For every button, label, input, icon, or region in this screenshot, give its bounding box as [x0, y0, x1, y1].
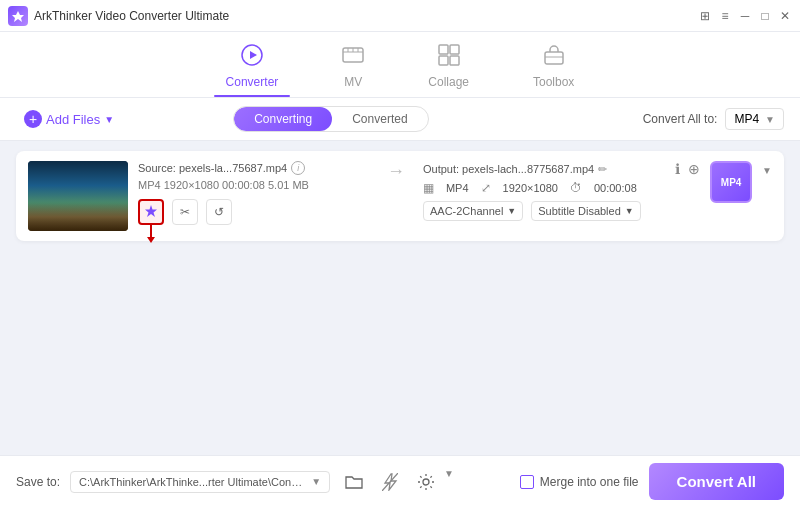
output-format-icon: ▦ [423, 181, 434, 195]
format-select[interactable]: MP4 ▼ [725, 108, 784, 130]
title-bar-controls: ⊞ ≡ ─ □ ✕ [698, 9, 792, 23]
nav-item-converter[interactable]: Converter [214, 40, 291, 97]
path-dropdown-icon[interactable]: ▼ [311, 476, 321, 487]
nav-label-mv: MV [344, 75, 362, 89]
plus-icon: + [24, 110, 42, 128]
nav-item-mv[interactable]: MV [330, 40, 376, 97]
nav-item-collage[interactable]: Collage [416, 40, 481, 97]
nav-item-toolbox[interactable]: Toolbox [521, 40, 586, 97]
svg-rect-10 [439, 56, 448, 65]
output-format: MP4 [446, 182, 469, 194]
subtitle-select[interactable]: Subtitle Disabled ▼ [531, 201, 640, 221]
output-source: Output: pexels-lach...8775687.mp4 ✏ ℹ ⊕ [423, 161, 700, 177]
tab-converting[interactable]: Converting [234, 107, 332, 131]
arrow-indicator [147, 223, 155, 243]
maximize-icon[interactable]: □ [758, 9, 772, 23]
close-icon[interactable]: ✕ [778, 9, 792, 23]
output-add-icon[interactable]: ⊕ [688, 161, 700, 177]
save-to-label: Save to: [16, 475, 60, 489]
add-files-label: Add Files [46, 112, 100, 127]
source-label: Source: pexels-la...75687.mp4 [138, 162, 287, 174]
title-bar-left: ArkThinker Video Converter Ultimate [8, 6, 229, 26]
source-info-icon[interactable]: i [291, 161, 305, 175]
svg-marker-2 [250, 51, 257, 59]
svg-marker-0 [12, 11, 24, 22]
arrow-divider: → [379, 161, 413, 182]
nav-bar: Converter MV Collage [0, 32, 800, 98]
audio-channel-dropdown-icon: ▼ [507, 206, 516, 216]
nav-label-toolbox: Toolbox [533, 75, 574, 89]
bottom-actions: ▼ [340, 468, 454, 496]
title-bar: ArkThinker Video Converter Ultimate ⊞ ≡ … [0, 0, 800, 32]
app-title: ArkThinker Video Converter Ultimate [34, 9, 229, 23]
output-info-icon[interactable]: ℹ [675, 161, 680, 177]
cut-icon: ✂ [180, 205, 190, 219]
magic-wand-button[interactable] [138, 199, 164, 225]
audio-channel-select[interactable]: AAC-2Channel ▼ [423, 201, 523, 221]
subtitle-dropdown-icon: ▼ [625, 206, 634, 216]
mv-icon [342, 44, 364, 71]
file-info: Source: pexels-la...75687.mp4 i MP4 1920… [138, 161, 369, 225]
bottom-bar: Save to: C:\ArkThinker\ArkThinke...rter … [0, 455, 800, 507]
format-badge-text: MP4 [721, 177, 742, 188]
flash-off-button[interactable] [376, 468, 404, 496]
output-source-left: Output: pexels-lach...8775687.mp4 ✏ [423, 163, 607, 176]
settings-dropdown-icon[interactable]: ▼ [444, 468, 454, 496]
file-source: Source: pexels-la...75687.mp4 i [138, 161, 369, 175]
open-folder-button[interactable] [340, 468, 368, 496]
converter-icon [241, 44, 263, 71]
nav-label-collage: Collage [428, 75, 469, 89]
save-path-text: C:\ArkThinker\ArkThinke...rter Ultimate\… [79, 476, 307, 488]
output-duration: 00:00:08 [594, 182, 637, 194]
grid-icon[interactable]: ⊞ [698, 9, 712, 23]
minimize-icon[interactable]: ─ [738, 9, 752, 23]
subtitle-value: Subtitle Disabled [538, 205, 621, 217]
file-meta: MP4 1920×1080 00:00:08 5.01 MB [138, 179, 369, 191]
cut-button[interactable]: ✂ [172, 199, 198, 225]
output-edit-icon[interactable]: ✏ [598, 163, 607, 176]
refresh-button[interactable]: ↺ [206, 199, 232, 225]
menu-icon[interactable]: ≡ [718, 9, 732, 23]
add-files-dropdown-icon[interactable]: ▼ [104, 114, 114, 125]
merge-label: Merge into one file [540, 475, 639, 489]
output-selects: AAC-2Channel ▼ Subtitle Disabled ▼ [423, 201, 700, 221]
thumbnail [28, 161, 128, 231]
merge-checkbox-box[interactable] [520, 475, 534, 489]
svg-rect-12 [545, 52, 563, 64]
output-resolution: 1920×1080 [503, 182, 558, 194]
format-value: MP4 [734, 112, 759, 126]
output-meta: ▦ MP4 ⤢ 1920×1080 ⏱ 00:00:08 [423, 181, 700, 195]
magic-wand-icon [144, 204, 158, 221]
toolbar: + Add Files ▼ Converting Converted Conve… [0, 98, 800, 141]
svg-rect-11 [450, 56, 459, 65]
convert-all-to-label: Convert All to: [643, 112, 718, 126]
collage-icon [438, 44, 460, 71]
svg-marker-14 [145, 205, 157, 217]
convert-all-button[interactable]: Convert All [649, 463, 784, 500]
output-label: Output: pexels-lach...8775687.mp4 [423, 163, 594, 175]
save-path-input[interactable]: C:\ArkThinker\ArkThinke...rter Ultimate\… [70, 471, 330, 493]
tab-group: Converting Converted [233, 106, 428, 132]
format-badge-dropdown[interactable]: ▼ [762, 165, 772, 176]
thumbnail-overlay [28, 201, 128, 231]
output-source-icons: ℹ ⊕ [675, 161, 700, 177]
svg-point-16 [423, 479, 429, 485]
svg-rect-9 [450, 45, 459, 54]
audio-channel-value: AAC-2Channel [430, 205, 503, 217]
format-badge[interactable]: MP4 [710, 161, 752, 203]
format-dropdown-icon: ▼ [765, 114, 775, 125]
file-item: Source: pexels-la...75687.mp4 i MP4 1920… [16, 151, 784, 241]
toolbox-icon [543, 44, 565, 71]
output-duration-icon: ⏱ [570, 181, 582, 195]
settings-button[interactable] [412, 468, 440, 496]
refresh-icon: ↺ [214, 205, 224, 219]
add-files-button[interactable]: + Add Files ▼ [16, 106, 122, 132]
app-icon [8, 6, 28, 26]
svg-rect-8 [439, 45, 448, 54]
main-content: Source: pexels-la...75687.mp4 i MP4 1920… [0, 141, 800, 455]
file-actions: ✂ ↺ [138, 199, 369, 225]
output-info: Output: pexels-lach...8775687.mp4 ✏ ℹ ⊕ … [423, 161, 700, 221]
output-resolution-icon: ⤢ [481, 181, 491, 195]
tab-converted[interactable]: Converted [332, 107, 427, 131]
merge-checkbox[interactable]: Merge into one file [520, 475, 639, 489]
